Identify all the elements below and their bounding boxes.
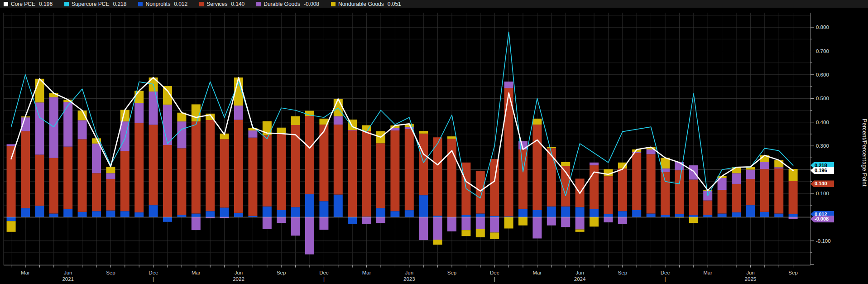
core-pce-swatch-icon — [4, 2, 8, 6]
svg-text:Jun: Jun — [575, 270, 584, 275]
svg-text:Sep: Sep — [277, 270, 286, 275]
svg-text:Mar: Mar — [362, 270, 371, 275]
last-value-badge: -0.008 — [810, 216, 834, 222]
svg-text:0.800: 0.800 — [816, 24, 829, 30]
svg-text:|: | — [323, 276, 325, 282]
svg-text:Dec: Dec — [319, 270, 329, 275]
legend-label: Nonprofits — [145, 1, 170, 7]
svg-text:|: | — [153, 276, 154, 282]
supercore-pce-swatch-icon — [64, 2, 69, 6]
legend-value: 0.140 — [231, 1, 245, 7]
legend-item-supercore-pce[interactable]: Supercore PCE 0.218 — [64, 1, 126, 7]
y-axis-title: Percent/Percentage Point — [861, 85, 868, 221]
svg-text:2024: 2024 — [574, 276, 586, 282]
svg-text:Sep: Sep — [447, 270, 456, 275]
svg-text:|: | — [665, 276, 666, 282]
svg-text:Mar: Mar — [21, 270, 30, 275]
chart-legend: Core PCE 0.196 Supercore PCE 0.218 Nonpr… — [0, 0, 868, 8]
svg-text:Mar: Mar — [192, 270, 201, 275]
legend-label: Services — [206, 1, 227, 7]
last-value-badge: 0.196 — [810, 167, 834, 174]
legend-value: 0.196 — [39, 1, 53, 7]
svg-text:|: | — [494, 276, 495, 282]
svg-text:-0.100: -0.100 — [816, 238, 831, 244]
svg-text:Mar: Mar — [532, 270, 542, 275]
svg-text:Dec: Dec — [490, 270, 499, 275]
svg-text:0.700: 0.700 — [816, 48, 829, 54]
svg-text:0.300: 0.300 — [816, 143, 829, 149]
legend-label: Durable Goods — [264, 1, 300, 7]
last-value-badge: 0.140 — [810, 180, 834, 187]
svg-text:0.400: 0.400 — [816, 120, 829, 125]
svg-text:Jun: Jun — [405, 270, 414, 275]
legend-label: Supercore PCE — [72, 1, 109, 7]
services-swatch-icon — [199, 2, 204, 6]
svg-text:Jun: Jun — [746, 270, 755, 275]
legend-label: Nondurable Goods — [338, 1, 384, 7]
svg-text:2023: 2023 — [403, 276, 415, 282]
svg-text:2021: 2021 — [62, 276, 74, 282]
svg-text:Sep: Sep — [788, 270, 797, 275]
pce-contributions-chart-window: Core PCE 0.196 Supercore PCE 0.218 Nonpr… — [0, 0, 868, 284]
legend-value: 0.218 — [113, 1, 126, 7]
svg-text:Dec: Dec — [661, 270, 670, 275]
legend-item-nonprofits[interactable]: Nonprofits 0.012 — [138, 1, 187, 7]
legend-value: 0.012 — [174, 1, 187, 7]
nonprofits-swatch-icon — [138, 2, 143, 6]
svg-text:Sep: Sep — [618, 270, 627, 275]
svg-text:Dec: Dec — [149, 270, 158, 275]
legend-item-durable-goods[interactable]: Durable Goods -0.008 — [256, 1, 319, 7]
svg-text:Jun: Jun — [235, 270, 243, 275]
legend-value: 0.051 — [388, 1, 401, 7]
svg-text:0.100: 0.100 — [816, 191, 829, 196]
svg-text:0.600: 0.600 — [816, 72, 829, 77]
svg-text:Jun: Jun — [64, 270, 72, 275]
chart-plot-area[interactable]: 0.8000.7000.6000.5000.4000.3000.100-0.10… — [0, 8, 868, 284]
chart-canvas[interactable]: 0.8000.7000.6000.5000.4000.3000.100-0.10… — [0, 8, 868, 284]
legend-label: Core PCE — [11, 1, 35, 7]
svg-text:Sep: Sep — [106, 270, 115, 275]
nondurable-goods-swatch-icon — [331, 2, 336, 6]
legend-item-nondurable-goods[interactable]: Nondurable Goods 0.051 — [331, 1, 401, 7]
legend-value: -0.008 — [304, 1, 319, 7]
durable-goods-swatch-icon — [256, 2, 261, 6]
svg-text:2025: 2025 — [745, 276, 757, 282]
legend-item-core-pce[interactable]: Core PCE 0.196 — [4, 1, 53, 7]
svg-text:0.500: 0.500 — [816, 96, 829, 101]
svg-text:Mar: Mar — [703, 270, 712, 275]
svg-text:2022: 2022 — [233, 276, 245, 282]
legend-item-services[interactable]: Services 0.140 — [199, 1, 245, 7]
